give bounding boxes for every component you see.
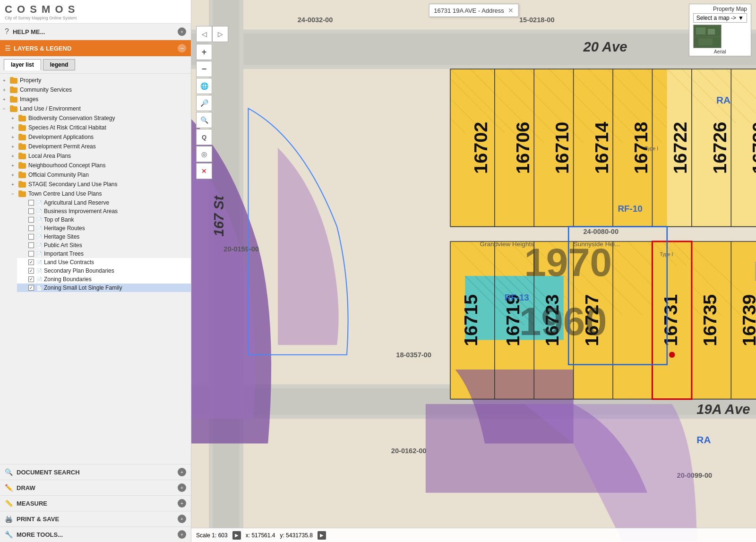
svg-text:24-0032-00: 24-0032-00 [298, 16, 333, 24]
draw-add-icon[interactable]: + [178, 483, 186, 492]
folder-icon [18, 143, 26, 150]
layer-group-official-header[interactable]: + Official Community Plan [9, 170, 191, 180]
checkbox-heritage-routes[interactable] [28, 225, 34, 231]
layer-item-heritage-sites[interactable]: 📄 Heritage Sites [17, 232, 191, 241]
layer-group-property-header[interactable]: + Property [0, 76, 191, 85]
identify-button[interactable]: 🔎 [196, 95, 212, 111]
draw-section[interactable]: ✏️ DRAW + [0, 480, 191, 495]
document-search-icon: 🔍 [5, 468, 13, 476]
svg-text:RF-10: RF-10 [618, 204, 642, 214]
address-text: 16731 19A AVE - Address [434, 7, 504, 14]
layers-collapse-icon[interactable]: − [178, 44, 186, 52]
doc-icon: 📄 [36, 226, 42, 231]
public-art-label: Public Art Sites [44, 242, 82, 249]
select-map-text: Select a map -> [696, 15, 736, 21]
layer-group-town-centre-header[interactable]: − Town Centre Land Use Plans [9, 189, 191, 198]
checkbox-top-of-bank[interactable] [28, 217, 34, 223]
layer-item-land-use-contracts[interactable]: 📄 Land Use Contracts [17, 258, 191, 267]
tab-legend[interactable]: legend [43, 59, 76, 70]
zoom-out-button[interactable]: − [196, 61, 212, 77]
svg-text:16726: 16726 [709, 122, 730, 174]
layer-group-community-header[interactable]: + Community Services [0, 85, 191, 95]
pan-left-button[interactable]: ◁ [196, 26, 212, 42]
land-use-label: Land Use / Environment [20, 105, 81, 112]
help-section[interactable]: ? HELP ME... + [0, 24, 191, 40]
layer-item-agricultural[interactable]: 📄 Agricultural Land Reserve [17, 198, 191, 207]
checkbox-zoning-small-lot[interactable] [28, 285, 34, 291]
help-icon: ? [5, 27, 9, 36]
scale-text: Scale 1: 603 [196, 532, 228, 539]
layer-item-important-trees[interactable]: 📄 Important Trees [17, 249, 191, 258]
community-label: Community Services [20, 86, 72, 93]
map-area[interactable]: 16731 19A AVE - Address ✕ Property Map S… [191, 0, 756, 542]
layer-group-stage1-header[interactable]: + STAGE Secondary Land Use Plans [9, 180, 191, 189]
layer-group-biodiversity-header[interactable]: + Biodiversity Conservation Strategy [9, 113, 191, 123]
tab-layer-list[interactable]: layer list [4, 59, 41, 70]
more-tools-section[interactable]: 🔧 MORE TOOLS... + [0, 526, 191, 542]
svg-text:16735: 16735 [699, 294, 720, 346]
print-save-section[interactable]: 🖨️ PRINT & SAVE + [0, 511, 191, 526]
layer-item-secondary-plan[interactable]: 📄 Secondary Plan Boundaries [17, 267, 191, 275]
checkbox-business[interactable] [28, 208, 34, 214]
aerial-thumbnail[interactable] [693, 25, 722, 48]
layer-group-images-header[interactable]: + Images [0, 95, 191, 104]
layer-group-dev-apps-header[interactable]: + Development Applications [9, 132, 191, 142]
document-search-section[interactable]: 🔍 DOCUMENT SEARCH + [0, 464, 191, 480]
zoom-in-button[interactable]: + [196, 44, 212, 60]
layer-item-business[interactable]: 📄 Business Improvement Areas [17, 207, 191, 215]
coord-expand-button[interactable]: ▶ [318, 531, 326, 540]
checkbox-land-use-contracts[interactable] [28, 259, 34, 265]
measure-section[interactable]: 📏 MEASURE + [0, 495, 191, 511]
more-tools-add-icon[interactable]: + [178, 530, 186, 539]
globe-button[interactable]: 🌐 [196, 78, 212, 94]
aerial-label: Aerial [693, 49, 747, 54]
doc-icon: 📄 [36, 260, 42, 265]
top-of-bank-label: Top of Bank [44, 216, 74, 223]
business-label: Business Improvement Areas [44, 208, 118, 215]
help-add-icon[interactable]: + [178, 27, 186, 36]
expand-icon: + [11, 144, 17, 149]
svg-text:20-0159-00: 20-0159-00 [223, 245, 259, 253]
doc-icon: 📄 [36, 234, 42, 240]
print-save-add-icon[interactable]: + [178, 515, 186, 523]
help-title: HELP ME... [13, 28, 45, 35]
checkbox-important-trees[interactable] [28, 251, 34, 257]
checkbox-heritage-sites[interactable] [28, 234, 34, 240]
property-label: Property [20, 77, 41, 84]
layer-group-species-header[interactable]: + Species At Risk Critical Habitat [9, 123, 191, 132]
address-close-button[interactable]: ✕ [508, 7, 514, 14]
layer-item-zoning-boundaries[interactable]: 📄 Zoning Boundaries [17, 275, 191, 284]
folder-icon [10, 105, 17, 112]
checkbox-zoning-boundaries[interactable] [28, 276, 34, 282]
layer-group-property: + Property [0, 76, 191, 85]
query-button[interactable]: Q [196, 129, 212, 145]
biodiversity-label: Biodiversity Conservation Strategy [28, 115, 115, 121]
dev-permit-label: Development Permit Areas [28, 143, 96, 150]
layer-group-dev-permit-header[interactable]: + Development Permit Areas [9, 142, 191, 151]
locate-button[interactable]: ◎ [196, 146, 212, 162]
layer-item-public-art[interactable]: 📄 Public Art Sites [17, 241, 191, 249]
layer-group-local-area-header[interactable]: + Local Area Plans [9, 151, 191, 161]
checkbox-agricultural[interactable] [28, 200, 34, 206]
pan-right-button[interactable]: ▷ [212, 26, 228, 42]
layer-item-top-of-bank[interactable]: 📄 Top of Bank [17, 215, 191, 224]
scale-expand-button[interactable]: ▶ [232, 531, 241, 540]
expand-icon: + [3, 78, 9, 83]
close-tool-button[interactable]: ✕ [196, 163, 212, 179]
layer-group-land-use-header[interactable]: − Land Use / Environment [0, 104, 191, 113]
checkbox-secondary-plan[interactable] [28, 268, 34, 274]
select-map-dropdown[interactable]: Select a map -> ▼ [693, 13, 747, 23]
measure-add-icon[interactable]: + [178, 499, 186, 508]
layer-item-zoning-small-lot[interactable]: 📄 Zoning Small Lot Single Family [17, 284, 191, 292]
map-canvas[interactable]: 16702 16706 16710 16714 16718 16722 1672… [191, 0, 756, 542]
expand-icon: + [11, 172, 17, 178]
layer-group-neighbourhood-header[interactable]: + Neighbourhood Concept Plans [9, 161, 191, 170]
checkbox-public-art[interactable] [28, 242, 34, 248]
property-map-title: Property Map [693, 6, 747, 12]
expand-icon: + [3, 87, 9, 93]
search-button[interactable]: 🔍 [196, 112, 212, 128]
document-search-add-icon[interactable]: + [178, 468, 186, 476]
svg-text:16715: 16715 [460, 294, 481, 346]
svg-text:16722: 16722 [670, 122, 690, 174]
layer-item-heritage-routes[interactable]: 📄 Heritage Routes [17, 224, 191, 232]
